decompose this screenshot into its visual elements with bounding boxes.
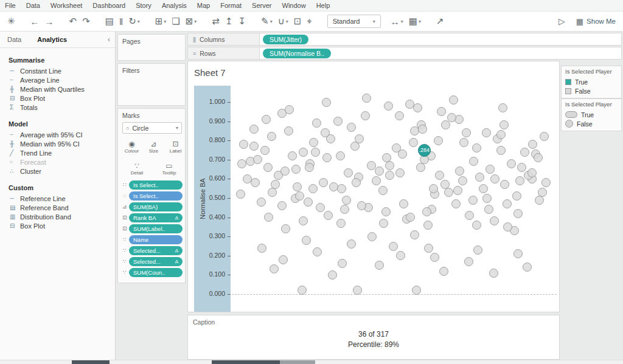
analytics-item-trend-line[interactable]: ╱Trend Line: [0, 148, 115, 157]
scatter-point[interactable]: [484, 205, 493, 214]
scatter-point[interactable]: [304, 197, 313, 207]
field-pill[interactable]: Selected...Δ: [129, 257, 183, 266]
redo-icon[interactable]: ↷: [82, 16, 90, 27]
scatter-point[interactable]: [498, 103, 507, 112]
tab-data[interactable]: Data: [7, 36, 21, 43]
scatter-point[interactable]: [379, 219, 388, 228]
menu-dashboard[interactable]: Dashboard: [92, 2, 125, 9]
scatter-point[interactable]: [405, 100, 414, 109]
scatter-point[interactable]: [337, 184, 346, 193]
scatter-point[interactable]: [455, 167, 464, 176]
legend-item-false[interactable]: False: [565, 86, 621, 95]
group-members-icon[interactable]: ∪▾: [278, 16, 288, 27]
scatter-point[interactable]: [352, 178, 361, 187]
analytics-item-average-with-ci[interactable]: ┄Average with 95% CI: [0, 130, 115, 139]
scatter-point[interactable]: [322, 153, 332, 162]
columns-shelf[interactable]: ||| Columns SUM(Jitter): [187, 33, 622, 46]
scatter-point[interactable]: [299, 148, 308, 157]
scatter-point[interactable]: [503, 199, 512, 208]
scatter-point[interactable]: [422, 207, 431, 216]
scatter-point[interactable]: [277, 201, 287, 210]
scatter-point[interactable]: [236, 190, 245, 199]
scatter-point[interactable]: [284, 126, 293, 136]
scatter-point[interactable]: [406, 213, 415, 222]
scatter-point[interactable]: [321, 128, 330, 137]
scatter-point[interactable]: [305, 163, 314, 172]
size-button[interactable]: ⊿Size: [144, 137, 164, 157]
scatter-point[interactable]: [328, 270, 337, 280]
field-pill[interactable]: SUM(Jitter): [263, 35, 308, 44]
scatter-point[interactable]: [444, 188, 453, 197]
scatter-point[interactable]: [429, 184, 438, 193]
scatter-point[interactable]: [439, 267, 448, 276]
menu-format[interactable]: Format: [220, 2, 242, 9]
scatter-point[interactable]: [288, 151, 297, 160]
fix-axes-icon[interactable]: ⌖: [307, 16, 312, 27]
label-button[interactable]: ⊡Label: [165, 137, 186, 157]
scatter-point[interactable]: [437, 107, 446, 116]
scatter-point[interactable]: [464, 257, 473, 266]
scatter-point[interactable]: [389, 242, 398, 251]
scatter-point[interactable]: [496, 130, 506, 139]
clear-sheet-icon[interactable]: ⊠▾: [186, 16, 197, 27]
scatter-point[interactable]: [472, 221, 481, 230]
scatter-point[interactable]: [285, 105, 294, 114]
scatter-point[interactable]: [396, 251, 405, 260]
highlight-icon[interactable]: ✎▾: [261, 16, 273, 27]
pages-shelf[interactable]: Pages: [117, 34, 186, 61]
scatter-point[interactable]: [313, 247, 322, 256]
show-mark-labels-icon[interactable]: ⊡: [294, 16, 302, 27]
scatter-point[interactable]: [299, 216, 308, 225]
scatter-point[interactable]: [490, 216, 499, 225]
scatter-point[interactable]: [489, 269, 498, 278]
scatter-point[interactable]: [512, 191, 521, 201]
scatter-point[interactable]: [372, 176, 381, 185]
analytics-item-reference-band[interactable]: ▤Reference Band: [0, 203, 115, 212]
scatter-point[interactable]: [399, 199, 408, 208]
scatter-point[interactable]: [298, 286, 307, 295]
scatter-point[interactable]: [503, 222, 512, 232]
scatter-point[interactable]: [347, 239, 356, 249]
scatter-point[interactable]: [449, 95, 458, 105]
analytics-item-distribution-band[interactable]: ▥Distribution Band: [0, 212, 115, 221]
tab-analytics[interactable]: Analytics: [37, 36, 67, 43]
fit-icon[interactable]: ↔▾: [391, 16, 403, 27]
colour-button[interactable]: ◉Colour: [122, 137, 142, 157]
legend-item-true[interactable]: True: [565, 110, 621, 119]
scatter-point[interactable]: [340, 205, 349, 214]
scatter-point[interactable]: [302, 236, 311, 245]
menu-data[interactable]: Data: [26, 2, 40, 9]
scatter-point[interactable]: [453, 186, 462, 195]
scatter-point[interactable]: [316, 203, 325, 212]
mark-type-dropdown[interactable]: ○ Circle ▾: [122, 122, 182, 134]
field-pill[interactable]: SUM(Label..: [129, 224, 183, 233]
legend-item-false[interactable]: False: [565, 119, 621, 128]
scatter-point[interactable]: [517, 163, 526, 172]
view-fit-select[interactable]: Standard ▾: [327, 15, 381, 28]
pause-auto-updates-icon[interactable]: ‖: [119, 16, 123, 27]
menu-window[interactable]: Window: [282, 2, 306, 9]
scatter-point[interactable]: [268, 188, 277, 197]
scatter-point[interactable]: [430, 253, 439, 262]
field-pill[interactable]: SUM(BA): [129, 202, 183, 211]
new-data-source-icon[interactable]: ▤: [105, 16, 114, 27]
tooltip-button[interactable]: ▭Tooltip: [154, 159, 184, 179]
cell-size-icon[interactable]: ▦▾: [409, 16, 421, 27]
scatter-point[interactable]: [355, 134, 364, 143]
field-pill[interactable]: Is Select..: [129, 191, 183, 201]
scatter-point[interactable]: [338, 259, 347, 268]
menu-worksheet[interactable]: Worksheet: [50, 2, 82, 9]
scatter-point[interactable]: [239, 140, 248, 149]
analytics-item-totals[interactable]: ΣTotals: [0, 103, 115, 112]
scatter-point[interactable]: [322, 98, 331, 107]
scatter-point[interactable]: [535, 196, 544, 205]
scatter-point[interactable]: [479, 184, 488, 193]
scatter-point[interactable]: [398, 149, 407, 159]
scatter-point[interactable]: [500, 180, 509, 189]
scatter-point[interactable]: [468, 196, 478, 205]
scatter-point[interactable]: [249, 125, 259, 134]
new-worksheet-icon[interactable]: ⊞▾: [155, 16, 167, 27]
swap-rows-columns-icon[interactable]: ⇄: [212, 16, 220, 27]
field-pill[interactable]: SUM(Normalise B..: [263, 49, 331, 58]
scatter-point[interactable]: [499, 120, 509, 129]
